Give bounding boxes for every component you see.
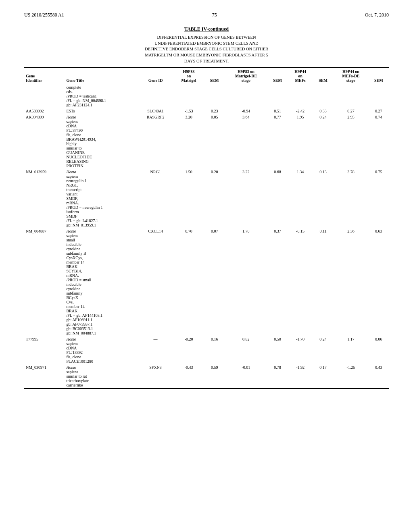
table-row: NM_030971Homosapienssimilar to rattricar…: [24, 364, 389, 389]
cell-gene-identifier: NM_013959: [24, 169, 65, 228]
cell-h9p44_mefs: 1.34: [288, 169, 313, 228]
cell-sem4: 0.63: [369, 228, 389, 336]
cell-sem1: [204, 84, 224, 108]
page-number: 75: [64, 12, 365, 18]
col-header-h9p83-de: H9P83 onMatrigel-DEstage: [225, 68, 267, 84]
cell-sem1: 0.05: [204, 114, 224, 169]
cell-sem1: 0.59: [204, 364, 224, 389]
col-header-h9p44-mefs: H9P44onMEFs: [288, 68, 313, 84]
cell-h9p83_matrigel: 0.70: [173, 228, 204, 336]
cell-gene-identifier: NM_030971: [24, 364, 65, 389]
cell-gene-id: NRG1: [138, 169, 173, 228]
col-header-h9p44-de: H9P44 onMEFs-DEstage: [333, 68, 368, 84]
cell-gene-title: Homosapienssmallinduciblecytokinesubfami…: [65, 228, 138, 336]
patent-number: US 2010/255580 A1: [24, 12, 64, 18]
cell-sem4: 0.75: [369, 169, 389, 228]
cell-sem4: 0.27: [369, 108, 389, 114]
cell-gene-title: Homosapiensneuregulin 1NRG1,transcriptva…: [65, 169, 138, 228]
subtitle-line-1: DIFFERENTIAL EXPRESSION OF GENES BETWEEN: [157, 35, 256, 39]
cell-gene-title: ESTs: [65, 108, 138, 114]
date: Oct. 7, 2010: [365, 12, 389, 18]
cell-h9p83_matrigel: 1.50: [173, 169, 204, 228]
col-header-h9p83-matrigel: H9P83onMatrigel: [173, 68, 204, 84]
table-section: TABLE IV-continued DIFFERENTIAL EXPRESSI…: [24, 26, 389, 389]
cell-h9p44_mefs: -1.92: [288, 364, 313, 389]
cell-gene-identifier: AK094809: [24, 114, 65, 169]
cell-h9p83_matrigel: [173, 84, 204, 108]
cell-sem2: 0.77: [267, 114, 288, 169]
cell-h9p44_mefs_de: 2.95: [333, 114, 368, 169]
cell-h9p44_mefs_de: 1.17: [333, 336, 368, 364]
cell-sem1: 0.20: [204, 169, 224, 228]
table-row: AK094809HomosapienscDNAFLJ37490fis, clon…: [24, 114, 389, 169]
cell-sem3: 0.24: [313, 336, 333, 364]
col-header-sem2: SEM: [267, 68, 288, 84]
table-title: TABLE IV-continued: [24, 26, 389, 32]
cell-sem2: 0.51: [267, 108, 288, 114]
cell-sem3: 0.11: [313, 228, 333, 336]
cell-h9p83_matrigel_de: -0.94: [225, 108, 267, 114]
cell-sem3: [313, 84, 333, 108]
cell-h9p44_mefs: -2.42: [288, 108, 313, 114]
cell-sem2: [267, 84, 288, 108]
cell-h9p44_mefs_de: -1.25: [333, 364, 368, 389]
table-row: AA588092ESTsSLC40A1-1.530.23-0.940.51-2.…: [24, 108, 389, 114]
cell-h9p83_matrigel: -1.53: [173, 108, 204, 114]
cell-gene-title: HomosapienscDNAFLJ37490fis, cloneBRAWH20…: [65, 114, 138, 169]
col-header-sem1: SEM: [204, 68, 224, 84]
col-header-gene-title: Gene Title: [65, 68, 138, 84]
cell-sem3: 0.24: [313, 114, 333, 169]
cell-h9p44_mefs: 1.95: [288, 114, 313, 169]
cell-sem1: 0.07: [204, 228, 224, 336]
cell-h9p44_mefs: -0.15: [288, 228, 313, 336]
cell-gene-id: SLC40A1: [138, 108, 173, 114]
cell-sem4: 0.74: [369, 114, 389, 169]
cell-h9p83_matrigel_de: [225, 84, 267, 108]
cell-sem3: 0.33: [313, 108, 333, 114]
col-header-gene-identifier: GeneIdentifier: [24, 68, 65, 84]
cell-gene-title: complete cds. /PROD = testican1 /FL = gb…: [65, 84, 138, 108]
cell-sem2: 0.50: [267, 336, 288, 364]
cell-gene-identifier: NM_004887: [24, 228, 65, 336]
subtitle-line-4: MATRIGELTM OR MOUSE EMBRYONIC FIBROBLAST…: [145, 53, 268, 57]
cell-sem3: 0.13: [313, 169, 333, 228]
cell-h9p44_mefs_de: [333, 84, 368, 108]
subtitle-line-2: UNDIFFERENTIATED EMBRYONIC STEM CELLS AN…: [154, 41, 258, 46]
cell-gene-identifier: T77995: [24, 336, 65, 364]
cell-h9p83_matrigel: -0.20: [173, 336, 204, 364]
col-header-gene-id: Gene ID: [138, 68, 173, 84]
cell-sem2: 0.78: [267, 364, 288, 389]
cell-sem4: [369, 84, 389, 108]
cell-h9p83_matrigel_de: 3.22: [225, 169, 267, 228]
cell-h9p83_matrigel_de: -0.01: [225, 364, 267, 389]
cell-h9p44_mefs_de: 3.78: [333, 169, 368, 228]
cell-h9p44_mefs_de: 2.36: [333, 228, 368, 336]
cell-h9p83_matrigel: 3.20: [173, 114, 204, 169]
cell-gene-id: CXCL14: [138, 228, 173, 336]
table-row: NM_013959Homosapiensneuregulin 1NRG1,tra…: [24, 169, 389, 228]
cell-gene-identifier: AA588092: [24, 108, 65, 114]
cell-gene-id: —: [138, 336, 173, 364]
table-row: T77995HomosapienscDNAFLJ13392fis, cloneP…: [24, 336, 389, 364]
col-header-sem3: SEM: [313, 68, 333, 84]
cell-h9p44_mefs: -1.70: [288, 336, 313, 364]
cell-h9p44_mefs: [288, 84, 313, 108]
cell-h9p44_mefs_de: 0.27: [333, 108, 368, 114]
cell-gene-title: Homosapienssimilar to rattricarboxylatec…: [65, 364, 138, 389]
table-row: complete cds. /PROD = testican1 /FL = gb…: [24, 84, 389, 108]
cell-sem4: 0.06: [369, 336, 389, 364]
table-subtitle: DIFFERENTIAL EXPRESSION OF GENES BETWEEN…: [24, 35, 389, 64]
cell-gene-id: SFXN3: [138, 364, 173, 389]
cell-sem3: 0.17: [313, 364, 333, 389]
cell-sem1: 0.16: [204, 336, 224, 364]
subtitle-line-3: DEFINITIVE ENDODERM STAGE CELLS CULTURED…: [145, 47, 268, 51]
cell-sem2: 0.37: [267, 228, 288, 336]
cell-gene-id: [138, 84, 173, 108]
cell-gene-identifier: [24, 84, 65, 108]
table-row: NM_004887Homosapienssmallinduciblecytoki…: [24, 228, 389, 336]
cell-h9p83_matrigel: -0.43: [173, 364, 204, 389]
cell-h9p83_matrigel_de: 0.82: [225, 336, 267, 364]
cell-gene-title: HomosapienscDNAFLJ13392fis, clonePLACE10…: [65, 336, 138, 364]
cell-sem2: 0.68: [267, 169, 288, 228]
subtitle-line-5: DAYS OF TREATMENT.: [184, 59, 229, 63]
